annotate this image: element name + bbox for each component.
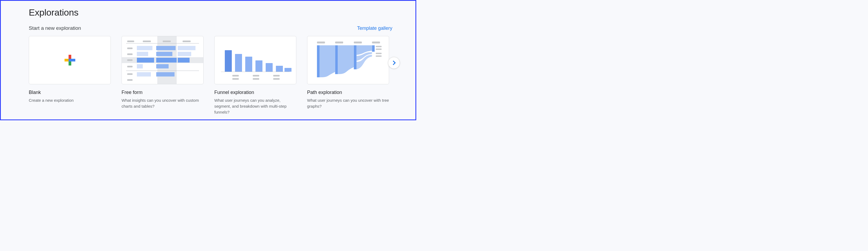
svg-rect-1 <box>335 42 343 43</box>
card-title: Free form <box>122 89 204 95</box>
chevron-right-icon <box>391 61 396 65</box>
free-form-preview-icon <box>126 40 199 84</box>
svg-rect-5 <box>335 45 338 74</box>
plus-icon <box>65 55 75 66</box>
svg-rect-6 <box>354 45 356 69</box>
svg-rect-10 <box>376 53 381 54</box>
funnel-preview-icon <box>221 42 289 84</box>
card-title: Funnel exploration <box>214 89 296 95</box>
page-title: Explorations <box>29 7 394 18</box>
card-description: Create a new exploration <box>29 98 111 103</box>
path-preview-icon <box>307 36 389 84</box>
funnel-exploration-card[interactable] <box>214 36 296 84</box>
template-gallery-link[interactable]: Template gallery <box>357 26 392 31</box>
svg-rect-2 <box>354 42 362 43</box>
card-description: What user journeys can you analyze, segm… <box>214 98 296 115</box>
template-card-row: Blank Create a new exploration <box>29 36 394 115</box>
card-title: Blank <box>29 89 111 95</box>
free-form-card[interactable] <box>122 36 204 84</box>
blank-exploration-card[interactable] <box>29 36 111 84</box>
svg-rect-0 <box>317 42 325 43</box>
svg-rect-9 <box>376 48 381 50</box>
svg-rect-7 <box>372 45 375 52</box>
card-description: What insights can you uncover with custo… <box>122 98 204 109</box>
scroll-next-button[interactable] <box>388 57 400 69</box>
section-subtitle: Start a new exploration <box>29 25 81 31</box>
svg-rect-3 <box>372 42 380 43</box>
svg-rect-4 <box>317 45 320 77</box>
svg-rect-11 <box>376 56 381 57</box>
card-title: Path exploration <box>307 89 389 95</box>
path-exploration-card[interactable] <box>307 36 389 84</box>
svg-rect-8 <box>376 46 381 47</box>
card-description: What user journeys can you uncover with … <box>307 98 389 109</box>
